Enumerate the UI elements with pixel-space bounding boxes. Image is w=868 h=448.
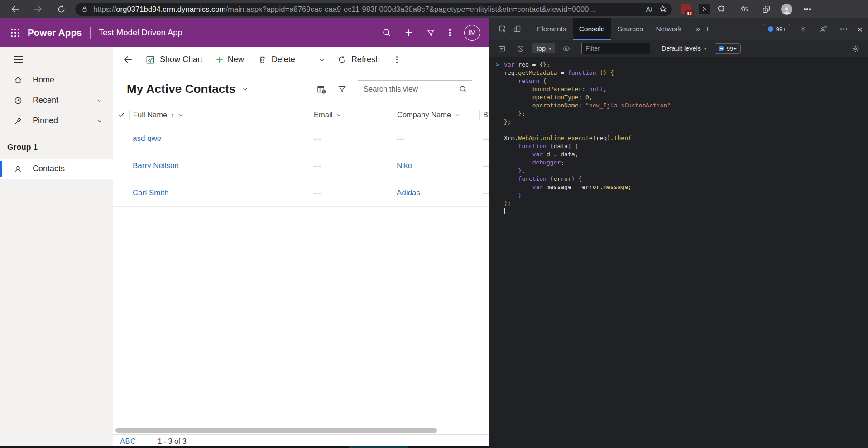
command-divider — [310, 54, 310, 66]
delete-button[interactable]: Delete — [258, 55, 295, 64]
console-output[interactable]: >var req = {};req.getMetadata = function… — [489, 57, 868, 216]
more-tabs-icon[interactable]: » — [696, 24, 700, 34]
console-filter-box — [581, 43, 650, 54]
dropdown-caret-icon: ▾ — [549, 46, 551, 51]
sidebar-item-label: Pinned — [33, 116, 58, 125]
add-devtools-tab-icon[interactable]: + — [705, 24, 710, 34]
record-range: 1 - 3 of 3 — [158, 438, 186, 446]
company-link[interactable]: Adidas — [397, 188, 420, 197]
table-row[interactable]: asd qwe--------- — [113, 125, 489, 152]
devtools-settings-gear-icon[interactable] — [796, 22, 810, 36]
sidebar-item-pinned[interactable]: Pinned — [0, 111, 113, 131]
grid-rows: asd qwe---------Barry Neilson---Nike---C… — [113, 125, 489, 207]
new-button[interactable]: + New — [216, 55, 244, 64]
hamburger-menu-icon[interactable] — [14, 56, 23, 63]
view-search-input[interactable] — [358, 85, 459, 93]
browser-profile-avatar[interactable] — [781, 4, 792, 15]
view-chevron-icon[interactable] — [242, 86, 249, 92]
refresh-icon[interactable] — [53, 1, 69, 17]
sidebar-item-label: Recent — [33, 96, 58, 105]
extensions-puzzle-icon[interactable] — [714, 1, 729, 17]
devtools-tab-elements[interactable]: Elements — [531, 18, 573, 40]
column-header-company[interactable]: Company Name — [393, 110, 479, 120]
command-overflow-icon[interactable] — [396, 59, 398, 61]
live-expression-eye-icon[interactable] — [559, 41, 574, 56]
waffle-icon[interactable] — [11, 29, 19, 37]
filter-funnel-icon[interactable] — [426, 28, 436, 38]
sidebar-item-contacts[interactable]: Contacts — [0, 159, 113, 179]
inspect-element-icon[interactable] — [495, 22, 510, 36]
column-chevron-icon[interactable] — [178, 112, 184, 118]
view-search-icon[interactable] — [459, 85, 467, 93]
devtools-tab-sources[interactable]: Sources — [611, 18, 650, 40]
forward-icon[interactable] — [31, 1, 46, 17]
column-chevron-icon[interactable] — [336, 112, 342, 118]
sort-ascending-icon: ↑ — [171, 111, 174, 119]
sidebar-item-recent[interactable]: Recent — [0, 90, 113, 111]
back-icon[interactable] — [7, 1, 23, 17]
close-devtools-icon[interactable]: × — [857, 24, 863, 34]
browser-menu-icon[interactable] — [800, 1, 815, 17]
select-all-checkmark-icon[interactable] — [113, 110, 129, 120]
power-apps-header: Power Apps Test Model Driven App + IM — [0, 18, 489, 47]
company-link[interactable]: Nike — [397, 161, 412, 170]
contact-name-link[interactable]: Carl Smith — [133, 188, 168, 197]
sidebar-item-home[interactable]: Home — [0, 70, 113, 90]
user-avatar[interactable]: IM — [464, 25, 480, 41]
header-more-icon[interactable] — [449, 32, 451, 34]
delete-split-chevron-icon[interactable] — [318, 56, 326, 63]
home-icon — [14, 76, 23, 85]
dropdown-caret-icon: ▾ — [704, 46, 706, 51]
edit-columns-icon[interactable] — [316, 84, 326, 94]
code-text: }; — [504, 110, 525, 117]
code-text: Xrm.WebApi.online.execute(req).then( — [504, 135, 632, 141]
contact-name-link[interactable]: Barry Neilson — [133, 161, 179, 170]
adblock-extension-icon[interactable]: 83 — [681, 4, 691, 14]
console-filter-input[interactable] — [582, 43, 650, 54]
chevron-down-icon[interactable] — [96, 117, 103, 125]
console-sidebar-icon[interactable] — [494, 41, 509, 56]
table-row[interactable]: Barry Neilson---Nike--- — [113, 152, 489, 179]
console-settings-gear-icon[interactable] — [848, 41, 863, 56]
read-aloud-icon[interactable]: A) — [646, 5, 652, 13]
issues-badge[interactable]: 99+ — [764, 24, 790, 34]
log-levels-dropdown[interactable]: Default levels ▾ — [657, 43, 710, 53]
column-header-full-name[interactable]: Full Name ↑ — [129, 110, 310, 120]
devtools-menu-icon[interactable] — [837, 22, 851, 36]
grid-back-icon[interactable] — [122, 54, 133, 65]
app-name: Test Model Driven App — [99, 28, 182, 38]
grid-filter-funnel-icon[interactable] — [337, 84, 347, 94]
add-favorite-icon[interactable] — [658, 5, 667, 14]
column-header-business[interactable]: Bu — [479, 110, 489, 120]
view-selector[interactable]: My Active Contacts — [127, 82, 236, 96]
context-dropdown[interactable]: top ▾ — [532, 43, 555, 53]
address-bar[interactable]: https://org0371bd94.crm.dynamics.com/mai… — [75, 3, 672, 16]
devtools-tab-network[interactable]: Network — [649, 18, 688, 40]
collections-icon[interactable] — [758, 1, 774, 17]
extension-play-icon[interactable] — [699, 4, 710, 14]
table-row[interactable]: Carl Smith---Adidas--- — [113, 179, 489, 207]
quick-create-plus-icon[interactable]: + — [405, 28, 412, 37]
devtools-tab-console[interactable]: Console — [573, 18, 611, 40]
search-icon[interactable] — [382, 28, 392, 38]
column-chevron-icon[interactable] — [455, 112, 460, 118]
cell-company: Adidas — [393, 188, 479, 198]
clear-console-icon[interactable] — [513, 41, 528, 56]
device-toolbar-icon[interactable] — [510, 22, 524, 36]
contact-name-link[interactable]: asd qwe — [133, 134, 161, 143]
code-text: boundParameter: null, — [504, 86, 607, 92]
console-code-line: }, — [489, 167, 868, 175]
cell-full-name: Barry Neilson — [129, 161, 310, 170]
refresh-button[interactable]: Refresh — [337, 55, 380, 64]
cell-company: --- — [393, 134, 479, 143]
messages-bubble-icon — [719, 46, 724, 51]
column-header-email[interactable]: Email — [310, 110, 393, 120]
chevron-down-icon[interactable] — [96, 97, 103, 104]
console-messages-badge[interactable]: 99+ — [715, 43, 741, 54]
grid-header: Full Name ↑ Email Company Name — [113, 105, 489, 125]
scrollbar-thumb[interactable] — [115, 428, 437, 433]
jump-bar-link[interactable]: ABC — [120, 437, 136, 446]
devtools-profile-icon[interactable] — [816, 22, 831, 36]
favorites-icon[interactable] — [737, 1, 752, 17]
show-chart-button[interactable]: Show Chart — [145, 55, 202, 65]
